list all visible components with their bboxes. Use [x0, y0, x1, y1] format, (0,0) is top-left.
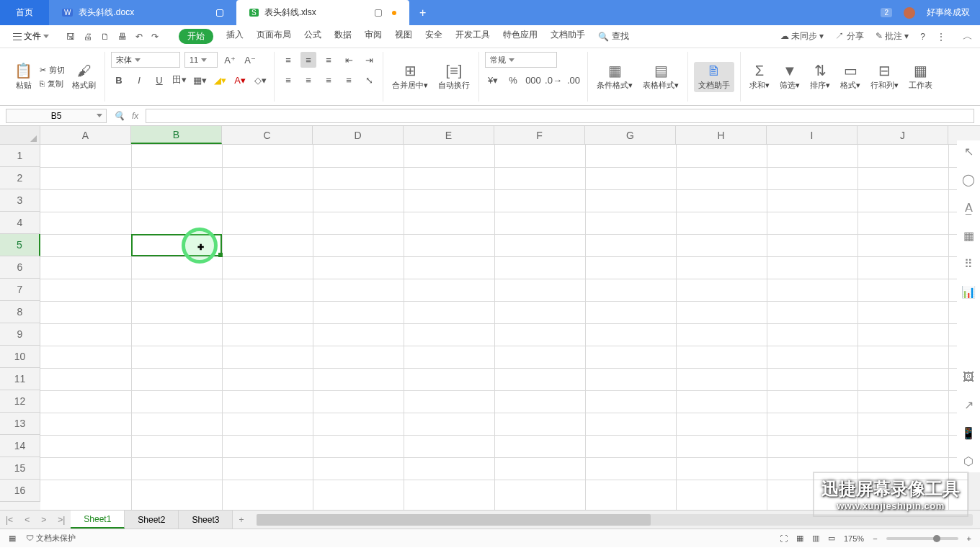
- row-16[interactable]: 16: [0, 480, 40, 502]
- fullscreen-icon[interactable]: ⛶: [780, 534, 788, 543]
- fontcolor-icon[interactable]: A▾: [232, 72, 248, 88]
- print-icon[interactable]: 🖶: [118, 32, 127, 42]
- worksheet-button[interactable]: ▦工作表: [906, 63, 935, 91]
- thousands-icon[interactable]: 000: [525, 72, 541, 88]
- row-12[interactable]: 12: [0, 390, 40, 413]
- decrease-font-icon[interactable]: A⁻: [242, 52, 258, 68]
- row-6[interactable]: 6: [0, 256, 40, 279]
- new-tab-button[interactable]: +: [409, 6, 436, 19]
- tab-home[interactable]: 首页: [0, 0, 49, 25]
- numfmt-select[interactable]: 常规: [485, 52, 557, 68]
- col-F[interactable]: F: [494, 126, 585, 144]
- fx-zoom-icon[interactable]: 🔍: [114, 111, 125, 121]
- col-J[interactable]: J: [858, 126, 948, 144]
- settings-tool-icon[interactable]: ⬡: [963, 454, 974, 468]
- increase-font-icon[interactable]: A⁺: [222, 52, 238, 68]
- image-tool-icon[interactable]: 🖼: [963, 371, 974, 384]
- currency-icon[interactable]: ¥▾: [485, 72, 501, 88]
- help-icon[interactable]: ?: [920, 32, 925, 42]
- table-tool-icon[interactable]: ▦: [963, 229, 974, 243]
- bold-icon[interactable]: B: [111, 72, 127, 88]
- sheet-next-icon[interactable]: >: [35, 515, 52, 525]
- share-button[interactable]: ↗ 分享: [835, 30, 863, 42]
- view-reading-icon[interactable]: ▭: [828, 534, 835, 543]
- copy-button[interactable]: ⎘复制: [40, 78, 65, 89]
- align-right-icon[interactable]: ≡: [321, 72, 337, 88]
- redo-icon[interactable]: ↷: [151, 32, 159, 42]
- cellborder-icon[interactable]: ▦▾: [192, 72, 208, 88]
- maximize-button[interactable]: ▭: [915, 0, 948, 3]
- tab-start[interactable]: 开始: [179, 29, 213, 44]
- sync-button[interactable]: ☁ 未同步 ▾: [780, 30, 824, 42]
- row-2[interactable]: 2: [0, 167, 40, 189]
- tab-special[interactable]: 特色应用: [503, 29, 538, 44]
- tab-dochelper[interactable]: 文档助手: [551, 29, 585, 44]
- row-11[interactable]: 11: [0, 368, 40, 390]
- protect-status[interactable]: 🛡 文档未保护: [26, 533, 76, 544]
- sort-button[interactable]: ⇅排序▾: [807, 63, 833, 91]
- paste-button[interactable]: 📋粘贴: [12, 63, 35, 91]
- row-15[interactable]: 15: [0, 457, 40, 480]
- dec-decimal-icon[interactable]: .00: [566, 72, 582, 88]
- align-top-icon[interactable]: ≡: [280, 52, 296, 68]
- add-sheet-button[interactable]: +: [233, 515, 249, 525]
- zoom-slider[interactable]: [886, 537, 958, 540]
- select-tool-icon[interactable]: ◯: [962, 173, 975, 186]
- sheet-prev-icon[interactable]: <: [19, 515, 35, 525]
- row-3[interactable]: 3: [0, 189, 40, 212]
- row-14[interactable]: 14: [0, 435, 40, 457]
- table-style-button[interactable]: ▤表格样式▾: [640, 63, 682, 91]
- annotate-button[interactable]: ✎ 批注 ▾: [876, 30, 909, 42]
- collapse-ribbon-icon[interactable]: ︿: [963, 30, 973, 43]
- sheet-tab-3[interactable]: Sheet3: [179, 511, 233, 529]
- tab-review[interactable]: 审阅: [365, 29, 382, 44]
- chart-tool-icon[interactable]: 📊: [961, 285, 976, 299]
- merge-button[interactable]: ⊞合并居中▾: [389, 63, 431, 91]
- sheet-first-icon[interactable]: |<: [0, 515, 19, 525]
- font-select[interactable]: 宋体: [111, 52, 180, 68]
- pointer-tool-icon[interactable]: ↖: [964, 145, 974, 158]
- app-menu-icon[interactable]: ▦: [9, 534, 16, 543]
- col-B[interactable]: B: [131, 126, 222, 144]
- cond-format-button[interactable]: ▦条件格式▾: [594, 63, 636, 91]
- tab-data[interactable]: 数据: [334, 29, 352, 44]
- tab-insert[interactable]: 插入: [226, 29, 244, 44]
- row-7[interactable]: 7: [0, 279, 40, 301]
- export-icon[interactable]: ↗: [964, 398, 974, 412]
- tab-pagelayout[interactable]: 页面布局: [257, 29, 291, 44]
- align-middle-icon[interactable]: ≡: [300, 52, 316, 68]
- tab-devtools[interactable]: 开发工具: [455, 29, 490, 44]
- col-G[interactable]: G: [585, 126, 676, 144]
- sheet-tab-1[interactable]: Sheet1: [71, 511, 125, 529]
- view-normal-icon[interactable]: ▦: [796, 534, 803, 543]
- indent-inc-icon[interactable]: ⇥: [361, 52, 377, 68]
- row-5[interactable]: 5: [0, 234, 40, 256]
- row-1[interactable]: 1: [0, 145, 40, 167]
- italic-icon[interactable]: I: [131, 72, 147, 88]
- text-tool-icon[interactable]: A̲: [965, 201, 973, 215]
- minimize-button[interactable]: ─: [883, 0, 915, 3]
- col-D[interactable]: D: [313, 126, 404, 144]
- select-all-corner[interactable]: [0, 126, 40, 144]
- clear-format-icon[interactable]: ◇▾: [252, 72, 268, 88]
- sheet-last-icon[interactable]: >|: [52, 515, 71, 525]
- autosum-button[interactable]: Σ求和▾: [747, 63, 772, 91]
- print-preview-icon[interactable]: 🗋: [101, 32, 110, 42]
- print-direct-icon[interactable]: 🖨: [84, 32, 92, 42]
- border-icon[interactable]: 田▾: [172, 72, 187, 88]
- fillcolor-icon[interactable]: ◢▾: [212, 72, 228, 88]
- col-I[interactable]: I: [767, 126, 858, 144]
- user-name[interactable]: 好事终成双: [927, 6, 970, 19]
- format-painter-button[interactable]: 🖌格式刷: [69, 63, 99, 91]
- align-bottom-icon[interactable]: ≡: [321, 52, 337, 68]
- notification-badge[interactable]: 2: [881, 8, 892, 17]
- col-C[interactable]: C: [222, 126, 313, 144]
- col-H[interactable]: H: [676, 126, 767, 144]
- tab-formula[interactable]: 公式: [304, 29, 321, 44]
- row-10[interactable]: 10: [0, 346, 40, 368]
- sheet-tab-2[interactable]: Sheet2: [125, 511, 179, 529]
- percent-icon[interactable]: %: [505, 72, 521, 88]
- align-justify-icon[interactable]: ≡: [341, 72, 357, 88]
- orientation-icon[interactable]: ⤡: [361, 72, 377, 88]
- tab-xlsx-active[interactable]: S 表头斜线.xlsx: [236, 0, 409, 25]
